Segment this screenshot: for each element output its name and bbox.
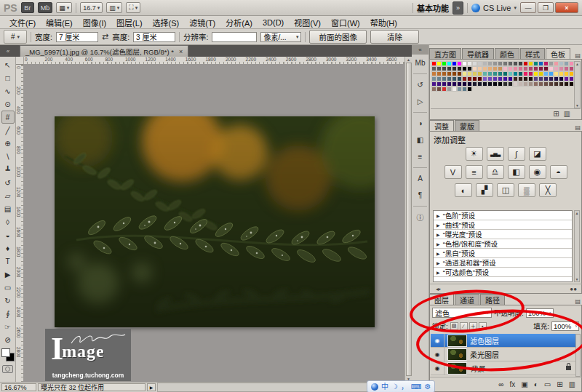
color-swatch[interactable] bbox=[518, 71, 523, 76]
color-swatch[interactable] bbox=[487, 81, 493, 87]
color-swatch[interactable] bbox=[457, 66, 462, 71]
zoom-percent-field[interactable]: 16.67% bbox=[1, 383, 36, 391]
color-swatch[interactable] bbox=[543, 66, 549, 71]
color-swatch[interactable] bbox=[503, 76, 508, 81]
crop-tool-preset[interactable]: #▾ bbox=[4, 30, 27, 44]
gradient-map-icon[interactable]: ▒ bbox=[518, 183, 535, 197]
color-swatch[interactable] bbox=[528, 81, 533, 87]
color-swatch[interactable] bbox=[436, 71, 442, 76]
channel-mixer-icon[interactable]: ◓ bbox=[550, 165, 567, 179]
color-swatch[interactable] bbox=[543, 61, 549, 66]
color-swatch[interactable] bbox=[482, 76, 487, 81]
eraser-tool[interactable]: ▱ bbox=[1, 189, 15, 202]
expand-arrow-icon[interactable]: ▶ bbox=[436, 251, 440, 256]
color-swatch[interactable] bbox=[549, 66, 554, 71]
expanded-view-icon[interactable]: ●● bbox=[570, 286, 577, 292]
lock-transparency-icon[interactable]: ▨ bbox=[450, 322, 458, 330]
opacity-field[interactable]: 100%› bbox=[526, 308, 554, 318]
brush-tool[interactable]: ∖ bbox=[1, 150, 15, 163]
color-swatch[interactable] bbox=[559, 66, 564, 71]
add-mask-icon[interactable]: ▣ bbox=[521, 380, 527, 388]
invert-icon[interactable]: ◐ bbox=[455, 183, 472, 197]
levels-icon[interactable]: ▃▅▃ bbox=[487, 147, 504, 161]
photo-filter-icon[interactable]: ◉ bbox=[529, 165, 546, 179]
color-swatch[interactable] bbox=[498, 76, 503, 81]
color-swatch[interactable] bbox=[457, 61, 462, 66]
resolution-input[interactable] bbox=[212, 32, 257, 42]
color-swatch[interactable] bbox=[533, 71, 538, 76]
panel-tab[interactable]: 导航器 bbox=[462, 48, 494, 59]
color-swatch[interactable] bbox=[564, 66, 569, 71]
color-swatch[interactable] bbox=[431, 66, 436, 71]
panel-menu-icon[interactable]: ▤ bbox=[575, 52, 582, 59]
color-swatch[interactable] bbox=[569, 76, 574, 81]
pen-tool[interactable]: ♦ bbox=[1, 241, 15, 255]
panel-tab[interactable]: 色板 bbox=[546, 48, 570, 59]
color-swatch[interactable] bbox=[569, 71, 574, 76]
color-swatch[interactable] bbox=[503, 66, 508, 71]
bridge-button[interactable]: Br bbox=[21, 2, 34, 13]
color-swatch[interactable] bbox=[569, 81, 574, 87]
animation-icon[interactable]: ▷ bbox=[412, 93, 428, 110]
hand-tool[interactable]: ☞ bbox=[1, 320, 15, 333]
lasso-tool[interactable]: ∿ bbox=[1, 84, 15, 97]
color-swatch[interactable] bbox=[498, 66, 503, 71]
color-swatch[interactable] bbox=[564, 71, 569, 76]
color-swatch[interactable] bbox=[498, 81, 503, 87]
color-swatch[interactable] bbox=[472, 61, 477, 66]
posterize-icon[interactable]: ▞ bbox=[476, 183, 493, 197]
scroll-up-icon[interactable]: ▲ bbox=[407, 57, 410, 62]
color-swatch[interactable] bbox=[543, 76, 549, 81]
menu-item[interactable]: 视图(V) bbox=[289, 17, 326, 28]
color-swatch[interactable] bbox=[518, 81, 523, 87]
color-swatch[interactable] bbox=[508, 71, 513, 76]
zoom-tool[interactable]: ⊘ bbox=[1, 333, 15, 346]
color-swatch[interactable] bbox=[523, 66, 528, 71]
color-swatch[interactable] bbox=[477, 66, 482, 71]
color-swatch[interactable] bbox=[538, 76, 543, 81]
masks-icon[interactable]: ◧ bbox=[412, 132, 428, 148]
color-swatch[interactable] bbox=[549, 71, 554, 76]
delete-swatch-icon[interactable]: ▥ bbox=[564, 110, 570, 118]
color-swatch[interactable] bbox=[554, 66, 559, 71]
gradient-tool[interactable]: ▤ bbox=[1, 202, 15, 215]
panel-tab[interactable]: 直方图 bbox=[429, 48, 461, 59]
color-swatch[interactable] bbox=[452, 87, 457, 92]
layers-tab[interactable]: 路径 bbox=[480, 294, 505, 305]
path-select-tool[interactable]: ▶ bbox=[1, 268, 15, 281]
color-swatch[interactable] bbox=[508, 61, 513, 66]
blur-tool[interactable]: ◊ bbox=[1, 215, 15, 228]
vibrance-icon[interactable]: V bbox=[445, 165, 462, 179]
visibility-eye-icon[interactable]: ◉ bbox=[431, 361, 445, 375]
brightness-contrast-icon[interactable]: ☀ bbox=[466, 147, 483, 161]
panel-tab[interactable]: 样式 bbox=[520, 48, 545, 59]
color-swatch[interactable] bbox=[518, 61, 523, 66]
clone-stamp-tool[interactable]: ┻ bbox=[1, 163, 15, 176]
adjustments-tab[interactable]: 蒙版 bbox=[455, 120, 479, 131]
color-swatch[interactable] bbox=[462, 71, 467, 76]
color-swatch[interactable] bbox=[549, 76, 554, 81]
lock-all-icon[interactable]: ▪ bbox=[479, 322, 487, 330]
menu-item[interactable]: 图层(L) bbox=[111, 17, 147, 28]
expand-arrow-icon[interactable]: ▶ bbox=[436, 232, 440, 237]
orbit-3d-tool[interactable]: ∮ bbox=[1, 307, 15, 320]
color-swatch[interactable] bbox=[431, 81, 436, 87]
color-swatch[interactable] bbox=[549, 81, 554, 87]
screen-mode-button[interactable]: ⛶︎▾ bbox=[126, 2, 140, 13]
color-swatch[interactable] bbox=[447, 61, 452, 66]
color-swatch[interactable] bbox=[513, 71, 518, 76]
exposure-icon[interactable]: ◪ bbox=[529, 147, 546, 161]
cs-live-dropdown[interactable]: CS Live▾ bbox=[471, 4, 517, 12]
quick-mask-button[interactable] bbox=[2, 365, 13, 373]
new-adjustment-icon[interactable]: ◐ bbox=[534, 380, 538, 388]
layers-tab[interactable]: 通道 bbox=[455, 294, 479, 305]
expand-arrow-icon[interactable]: ▶ bbox=[436, 213, 440, 218]
menu-item[interactable]: 滤镜(T) bbox=[184, 17, 220, 28]
color-swatch[interactable] bbox=[462, 61, 467, 66]
curves-icon[interactable]: ∫ bbox=[508, 147, 525, 161]
layer-row[interactable]: ◉背景 bbox=[431, 361, 577, 375]
color-swatch[interactable] bbox=[554, 81, 559, 87]
dodge-tool[interactable]: ◒ bbox=[1, 228, 15, 241]
color-swatch[interactable] bbox=[528, 71, 533, 76]
color-swatch[interactable] bbox=[554, 71, 559, 76]
